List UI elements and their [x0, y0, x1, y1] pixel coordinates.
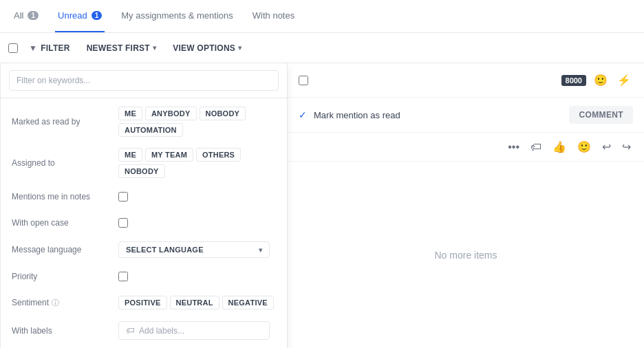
tab-unread[interactable]: Unread 1: [55, 0, 105, 32]
smiley-icon: 🙂: [577, 140, 591, 153]
select-all-checkbox-wrap[interactable]: [8, 43, 18, 53]
filter-label-marked-as-read-by: Marked as read by: [12, 117, 118, 127]
filter-label-with-labels: With labels: [12, 326, 118, 336]
tab-all-label: All: [14, 10, 23, 21]
filter-checkbox-mentions-me-in-notes[interactable]: [118, 192, 128, 202]
filter-label-priority: Priority: [12, 272, 118, 281]
filter-option-my-team[interactable]: MY TEAM: [145, 148, 193, 162]
filter-options-sentiment: POSITIVE NEUTRAL NEGATIVE: [118, 296, 274, 309]
filter-row-with-labels: With labels 🏷 Add labels...: [1, 316, 287, 345]
filter-select-language-placeholder: SELECT LANGUAGE: [126, 246, 204, 254]
forward-button[interactable]: ↪: [620, 138, 633, 155]
newest-first-chevron-icon: ▾: [153, 44, 156, 52]
more-options-button[interactable]: •••: [506, 139, 522, 155]
filter-button[interactable]: ▼ FILTER: [23, 40, 76, 56]
bookmark-button[interactable]: 🏷: [528, 139, 544, 155]
filter-row-with-open-case: With open case: [1, 210, 287, 236]
newest-first-button[interactable]: NEWEST FIRST ▾: [81, 40, 162, 56]
filter-rows: Marked as read by ME ANYBODY NOBODY AUTO…: [1, 98, 287, 348]
filter-option-anybody[interactable]: ANYBODY: [145, 107, 197, 120]
filter-row-message-language: Message language SELECT LANGUAGE ▾: [1, 236, 287, 263]
toolbar: ▼ FILTER NEWEST FIRST ▾ VIEW OPTIONS ▾: [0, 33, 644, 63]
filter-row-mentions-me-in-notes: Mentions me in notes: [1, 184, 287, 210]
view-options-label: VIEW OPTIONS: [173, 43, 235, 53]
view-options-chevron-icon: ▾: [238, 44, 242, 52]
filter-search-area: [1, 63, 287, 98]
filter-option-others[interactable]: OTHERS: [196, 148, 241, 162]
no-more-items-text: No more items: [434, 250, 497, 261]
filter-options-marked-as-read-by: ME ANYBODY NOBODY AUTOMATION: [118, 107, 276, 137]
newest-first-label: NEWEST FIRST: [87, 43, 150, 53]
tab-my-assignments[interactable]: My assignments & mentions: [118, 0, 236, 32]
item-row-1-checkbox[interactable]: [299, 76, 308, 85]
keyword-search-input[interactable]: [9, 70, 279, 91]
item-row-1: 8000 🙂 ⚡: [288, 63, 644, 98]
mark-mention-row: ✓ Mark mention as read COMMENT: [288, 98, 644, 133]
smiley-button[interactable]: 🙂: [575, 138, 593, 155]
tag-icon: 🏷: [126, 325, 135, 336]
filter-label-sentiment: Sentiment ⓘ: [12, 298, 118, 308]
tab-unread-badge: 1: [92, 11, 103, 20]
labels-input[interactable]: 🏷 Add labels...: [118, 321, 270, 340]
labels-placeholder: Add labels...: [139, 326, 184, 336]
filter-icon: ▼: [29, 43, 37, 53]
item-row-1-actions: 8000 🙂 ⚡: [561, 72, 633, 89]
select-all-checkbox[interactable]: [8, 43, 18, 53]
filter-option-nobody-assigned[interactable]: NOBODY: [118, 164, 165, 178]
filter-label-mentions-me-in-notes: Mentions me in notes: [12, 192, 118, 202]
action-icons-row: ••• 🏷 👍 🙂 ↩ ↪: [288, 133, 644, 162]
filter-label-assigned-to: Assigned to: [12, 158, 118, 168]
right-panel: 8000 🙂 ⚡ ✓ Mark mention as read COMMENT: [288, 63, 644, 348]
app-container: All 1 Unread 1 My assignments & mentions…: [0, 0, 644, 348]
filter-checkbox-priority[interactable]: [118, 272, 128, 281]
sentiment-help-icon: ⓘ: [52, 298, 59, 308]
filter-row-sentiment: Sentiment ⓘ POSITIVE NEUTRAL NEGATIVE: [1, 290, 287, 316]
reply-icon: ↩: [602, 140, 611, 153]
emoji-button[interactable]: 🙂: [592, 72, 610, 89]
filter-option-me-read[interactable]: ME: [118, 107, 142, 120]
item-row-1-checkbox-wrap[interactable]: [299, 76, 308, 85]
select-language-chevron-icon: ▾: [259, 246, 262, 254]
filter-row-marked-as-spam: Marked as spam ⓘ MANUALLY AUTOMATION NOT…: [1, 345, 287, 348]
no-more-items: No more items: [288, 162, 644, 348]
tab-all-badge: 1: [28, 11, 39, 20]
filter-label-message-language: Message language: [12, 245, 118, 254]
comment-button[interactable]: COMMENT: [569, 106, 633, 124]
filter-option-neutral[interactable]: NEUTRAL: [170, 296, 219, 309]
filter-option-nobody-read[interactable]: NOBODY: [200, 107, 246, 120]
lightning-button[interactable]: ⚡: [615, 72, 633, 89]
bookmark-icon: 🏷: [530, 141, 541, 153]
filter-option-me-assigned[interactable]: ME: [118, 148, 142, 162]
filter-option-negative[interactable]: NEGATIVE: [222, 296, 274, 309]
filter-label: FILTER: [41, 43, 70, 53]
thumbs-up-icon: 👍: [552, 140, 566, 153]
filter-panel: Marked as read by ME ANYBODY NOBODY AUTO…: [0, 63, 288, 348]
filter-option-automation-read[interactable]: AUTOMATION: [118, 123, 183, 137]
tab-bar: All 1 Unread 1 My assignments & mentions…: [0, 0, 644, 33]
filter-row-assigned-to: Assigned to ME MY TEAM OTHERS NOBODY: [1, 142, 287, 184]
tab-unread-label: Unread: [58, 10, 87, 21]
filter-checkbox-with-open-case[interactable]: [118, 218, 128, 228]
mark-mention-text: Mark mention as read: [314, 110, 400, 120]
reply-button[interactable]: ↩: [600, 138, 613, 155]
emoji-icon: 🙂: [594, 74, 608, 87]
checkmark-icon: ✓: [299, 109, 307, 120]
tab-all[interactable]: All 1: [11, 0, 41, 32]
thumbs-up-button[interactable]: 👍: [550, 138, 568, 155]
tab-my-assignments-label: My assignments & mentions: [121, 10, 233, 21]
filter-option-positive[interactable]: POSITIVE: [118, 296, 167, 309]
more-options-icon: •••: [508, 141, 519, 153]
lightning-icon: ⚡: [617, 74, 631, 87]
main-content: Marked as read by ME ANYBODY NOBODY AUTO…: [0, 63, 644, 348]
filter-select-language[interactable]: SELECT LANGUAGE ▾: [118, 241, 270, 258]
filter-label-with-open-case: With open case: [12, 218, 118, 228]
view-options-button[interactable]: VIEW OPTIONS ▾: [167, 40, 247, 56]
filter-row-marked-as-read-by: Marked as read by ME ANYBODY NOBODY AUTO…: [1, 101, 287, 142]
badge-count: 8000: [561, 75, 586, 86]
forward-icon: ↪: [622, 140, 631, 153]
filter-options-assigned-to: ME MY TEAM OTHERS NOBODY: [118, 148, 276, 178]
tab-with-notes[interactable]: With notes: [250, 0, 297, 32]
tab-with-notes-label: With notes: [253, 10, 294, 21]
filter-row-priority: Priority: [1, 263, 287, 290]
